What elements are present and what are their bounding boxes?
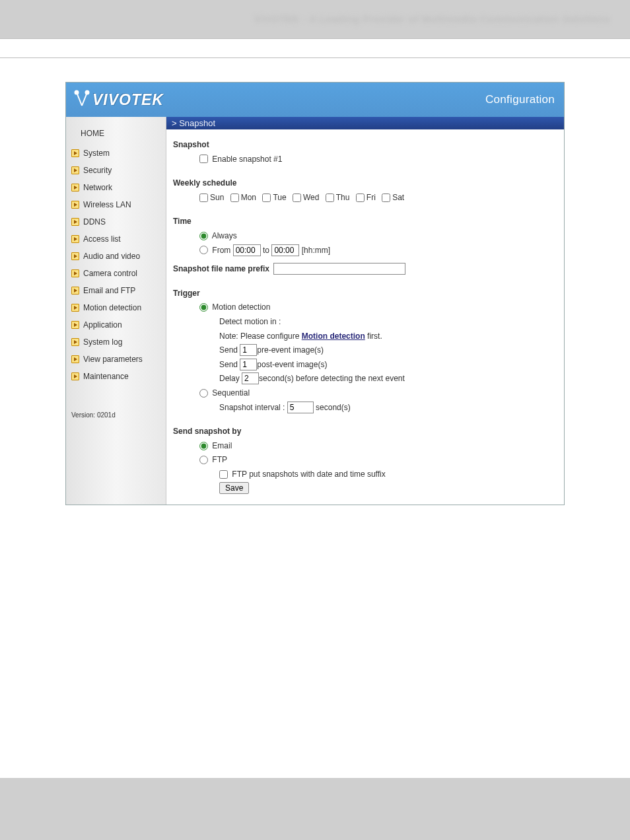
- page-header-blurred: VIVOTEK - A Leading Provider of Multimed…: [0, 0, 630, 38]
- time-always-radio[interactable]: [199, 232, 208, 240]
- arrow-icon: [71, 201, 79, 209]
- sidebar-item-network[interactable]: Network: [66, 179, 166, 196]
- pre-event-input[interactable]: [240, 344, 257, 356]
- motion-detection-link[interactable]: Motion detection: [302, 332, 365, 341]
- brand-logo: VIVOTEK: [74, 90, 164, 110]
- day-wed-checkbox[interactable]: [293, 193, 301, 202]
- interval-a: Snapshot interval :: [219, 403, 285, 412]
- send-heading: Send snapshot by: [173, 425, 557, 438]
- arrow-icon: [71, 166, 79, 174]
- sidebar-item-audio-video[interactable]: Audio and video: [66, 248, 166, 265]
- trigger-sequential-label[interactable]: Sequential: [199, 388, 250, 398]
- day-sun-label[interactable]: Sun: [199, 193, 224, 202]
- day-wed-label[interactable]: Wed: [293, 193, 319, 202]
- day-text: Tue: [273, 193, 286, 202]
- day-fri-label[interactable]: Fri: [356, 193, 376, 202]
- day-fri-checkbox[interactable]: [356, 193, 365, 202]
- interval-b: second(s): [316, 403, 351, 412]
- sidebar-item-label: Maintenance: [83, 370, 129, 383]
- ftp-suffix-checkbox[interactable]: [219, 470, 228, 479]
- sidebar-item-access-list[interactable]: Access list: [66, 230, 166, 248]
- sidebar-item-label: Access list: [83, 232, 121, 246]
- day-text: Sat: [392, 193, 404, 202]
- time-from-input[interactable]: [233, 244, 261, 256]
- antenna-icon: [74, 90, 90, 110]
- sidebar-item-system-log[interactable]: System log: [66, 333, 166, 351]
- day-tue-checkbox[interactable]: [262, 193, 271, 202]
- arrow-icon: [71, 372, 79, 380]
- sidebar-item-ddns[interactable]: DDNS: [66, 213, 166, 230]
- sidebar-item-home[interactable]: HOME: [66, 123, 166, 145]
- sidebar-item-label: Security: [83, 164, 112, 177]
- time-from-label[interactable]: From: [199, 246, 233, 255]
- time-from-radio[interactable]: [199, 246, 208, 254]
- arrow-icon: [71, 355, 79, 363]
- enable-snapshot-checkbox[interactable]: [199, 155, 208, 163]
- ftp-suffix-label[interactable]: FTP put snapshots with date and time suf…: [219, 470, 386, 479]
- snapshot-heading: Snapshot: [173, 139, 557, 151]
- arrow-icon: [71, 218, 79, 226]
- content-area: VIVOTEK Configuration HOME System Securi…: [0, 58, 630, 778]
- trigger-sequential-radio[interactable]: [199, 389, 208, 398]
- top-banner: VIVOTEK Configuration: [66, 83, 564, 117]
- trigger-sequential-text: Sequential: [212, 388, 250, 398]
- footer-band: [0, 778, 630, 840]
- svg-point-2: [75, 91, 79, 94]
- day-sat-label[interactable]: Sat: [382, 193, 404, 202]
- sidebar-item-label: System: [83, 147, 110, 160]
- day-mon-label[interactable]: Mon: [230, 193, 256, 202]
- trigger-motion-text: Motion detection: [212, 302, 270, 312]
- time-always-label[interactable]: Always: [199, 231, 237, 240]
- day-sat-checkbox[interactable]: [382, 193, 390, 202]
- send-pre-b: pre-event image(s): [257, 345, 324, 355]
- send-email-label[interactable]: Email: [199, 441, 232, 450]
- time-from-text: From: [212, 246, 230, 255]
- svg-point-3: [86, 91, 89, 94]
- day-tue-label[interactable]: Tue: [262, 193, 286, 202]
- time-to-text: to: [263, 246, 269, 255]
- time-heading: Time: [173, 215, 557, 228]
- day-mon-checkbox[interactable]: [230, 193, 239, 202]
- sidebar-item-label: Audio and video: [83, 250, 140, 263]
- sidebar: HOME System Security Network Wireless LA…: [66, 117, 166, 505]
- note-pre: Note: Please configure: [219, 332, 302, 341]
- send-ftp-label[interactable]: FTP: [199, 455, 227, 464]
- sidebar-item-motion-detection[interactable]: Motion detection: [66, 299, 166, 316]
- sidebar-item-system[interactable]: System: [66, 145, 166, 162]
- save-button[interactable]: Save: [219, 482, 249, 494]
- sidebar-item-maintenance[interactable]: Maintenance: [66, 368, 166, 385]
- post-event-input[interactable]: [240, 359, 257, 370]
- prefix-input[interactable]: [273, 263, 405, 275]
- send-email-radio[interactable]: [199, 442, 208, 450]
- delay-input[interactable]: [242, 372, 259, 384]
- arrow-icon: [71, 338, 79, 346]
- sidebar-item-camera-control[interactable]: Camera control: [66, 265, 166, 282]
- configuration-link[interactable]: Configuration: [485, 93, 555, 106]
- sidebar-item-application[interactable]: Application: [66, 316, 166, 333]
- enable-snapshot-label[interactable]: Enable snapshot #1: [199, 155, 282, 164]
- sidebar-item-view-parameters[interactable]: View parameters: [66, 351, 166, 368]
- delay-a: Delay: [219, 374, 242, 383]
- enable-snapshot-text: Enable snapshot #1: [212, 155, 282, 164]
- trigger-motion-radio[interactable]: [199, 303, 208, 312]
- arrow-icon: [71, 235, 79, 243]
- sidebar-item-label: DDNS: [83, 215, 106, 228]
- sidebar-item-email-ftp[interactable]: Email and FTP: [66, 282, 166, 299]
- sidebar-item-label: Wireless LAN: [83, 198, 131, 211]
- time-always-text: Always: [212, 231, 237, 240]
- sidebar-item-wireless-lan[interactable]: Wireless LAN: [66, 196, 166, 213]
- time-to-input[interactable]: [271, 244, 299, 256]
- sidebar-item-label: Network: [83, 181, 112, 194]
- interval-input[interactable]: [287, 402, 314, 413]
- app-window: VIVOTEK Configuration HOME System Securi…: [65, 82, 565, 505]
- sidebar-item-security[interactable]: Security: [66, 162, 166, 179]
- day-thu-checkbox[interactable]: [326, 193, 334, 202]
- trigger-motion-label[interactable]: Motion detection: [199, 302, 270, 312]
- days-row: Sun Mon Tue Wed Thu Fri Sat: [173, 192, 557, 204]
- day-text: Wed: [303, 193, 319, 202]
- send-ftp-radio[interactable]: [199, 456, 208, 464]
- day-sun-checkbox[interactable]: [199, 193, 208, 202]
- content-panel: > Snapshot Snapshot Enable snapshot #1 W…: [166, 117, 564, 505]
- day-thu-label[interactable]: Thu: [326, 193, 350, 202]
- trigger-heading: Trigger: [173, 287, 557, 300]
